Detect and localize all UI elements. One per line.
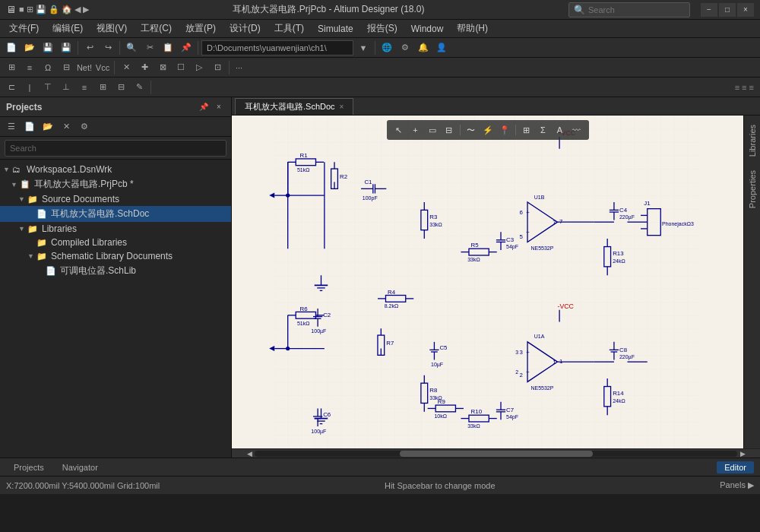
sch-tb-sep1	[460, 125, 461, 135]
tb-settings[interactable]: ⚙	[397, 40, 413, 56]
tb-copy[interactable]: 📋	[160, 40, 176, 56]
doc-tab-close-icon[interactable]: ×	[340, 103, 344, 111]
sch-tb-wave[interactable]: 〜	[464, 122, 479, 138]
maximize-button[interactable]: □	[719, 3, 736, 17]
tb-globe[interactable]: 🌐	[378, 40, 395, 56]
tb2-12[interactable]: ⊡	[209, 59, 226, 76]
svg-text:7: 7	[559, 218, 562, 225]
hscroll-right[interactable]: ▶	[737, 449, 748, 458]
pt-close[interactable]: ✕	[58, 119, 74, 135]
tree-item-compiled[interactable]: 📁 Compiled Libraries	[0, 236, 231, 249]
pt-new[interactable]: 📄	[21, 119, 38, 135]
tree-item-project[interactable]: ▼ 📋 耳机放大器电路.PrjPcb *	[0, 176, 231, 192]
panel-close-icon[interactable]: ×	[213, 101, 225, 113]
tb2-7[interactable]: ✕	[118, 59, 135, 76]
tb3-6[interactable]: ⊞	[94, 79, 111, 96]
pin-icon[interactable]: 📌	[198, 101, 210, 113]
right-tab-libraries[interactable]: Libraries	[745, 119, 760, 163]
close-button[interactable]: ×	[737, 3, 754, 17]
tb-user[interactable]: 👤	[433, 40, 450, 56]
sch-tb-bolt[interactable]: ⚡	[480, 122, 496, 138]
svg-text:24kΩ: 24kΩ	[613, 398, 625, 404]
tb-undo[interactable]: ↩	[81, 40, 98, 56]
sch-tb-grid[interactable]: ⊞	[519, 122, 534, 138]
tree-item-schlib-folder[interactable]: ▼ 📁 Schematic Library Documents	[0, 249, 231, 263]
menu-item-simulate[interactable]: Simulate	[312, 22, 359, 36]
pt-list[interactable]: ☰	[3, 119, 20, 135]
tb-redo[interactable]: ↪	[100, 40, 116, 56]
tb2-3[interactable]: Ω	[40, 59, 56, 76]
tb-notif[interactable]: 🔔	[415, 40, 432, 56]
tb-nav[interactable]: ▼	[355, 40, 372, 56]
tb3-7[interactable]: ⊟	[112, 79, 129, 96]
tb-open[interactable]: 📂	[21, 40, 38, 56]
tb2-10[interactable]: ☐	[173, 59, 189, 76]
svg-text:54pF: 54pF	[506, 244, 518, 250]
menu-item-p[interactable]: 放置(P)	[179, 21, 222, 36]
tree-item-source[interactable]: ▼ 📁 Source Documents	[0, 192, 231, 206]
sch-tb-pin[interactable]: 📍	[497, 122, 512, 138]
minimize-button[interactable]: −	[701, 3, 717, 17]
tb-new[interactable]: 📄	[3, 40, 20, 56]
menu-item-e[interactable]: 编辑(E)	[46, 21, 89, 36]
tb-save[interactable]: 💾	[40, 40, 56, 56]
tb2-4[interactable]: ⊟	[58, 59, 74, 76]
tb2-2[interactable]: ≡	[21, 59, 38, 76]
svg-text:51kΩ: 51kΩ	[297, 321, 310, 326]
tb3-8[interactable]: ✎	[131, 79, 147, 96]
hscroll-thumb[interactable]	[400, 451, 593, 457]
svg-text:−: −	[526, 369, 530, 375]
hscroll-left[interactable]: ◀	[244, 449, 255, 458]
menu-item-t[interactable]: 工具(T)	[268, 21, 310, 36]
tb2-5[interactable]: Net!	[76, 59, 93, 76]
sch-tb-plus[interactable]: +	[408, 122, 423, 138]
tree-item-workspace[interactable]: ▼ 🗂 Workspace1.DsnWrk	[0, 163, 231, 176]
tb3-5[interactable]: ≡	[76, 79, 93, 96]
sch-tb-rect[interactable]: ▭	[425, 122, 440, 138]
status-panels[interactable]: Panels ▶	[720, 480, 754, 490]
sch-tb-sigma[interactable]: Σ	[536, 122, 551, 138]
menu-item-c[interactable]: 工程(C)	[135, 21, 178, 36]
bot-tab-projects[interactable]: Projects	[6, 461, 52, 473]
tb2-6[interactable]: Vcc	[94, 59, 111, 76]
svg-text:R14: R14	[613, 390, 624, 397]
menu-item-s[interactable]: 报告(S)	[361, 21, 404, 36]
tb2-1[interactable]: ⊞	[3, 59, 20, 76]
sch-tb-wave2[interactable]: 〰	[569, 122, 584, 138]
tb-saveall[interactable]: 💾	[58, 40, 74, 56]
project-search-input[interactable]	[5, 140, 226, 157]
tb-cut[interactable]: ✂	[141, 40, 158, 56]
title-search-input[interactable]	[588, 5, 679, 14]
path-input[interactable]	[201, 40, 353, 55]
tb3-4[interactable]: ⊥	[58, 79, 74, 96]
menu-item-window[interactable]: Window	[405, 22, 450, 36]
tree-item-libraries[interactable]: ▼ 📁 Libraries	[0, 222, 231, 236]
hscroll-track[interactable]	[255, 451, 737, 457]
tree-item-schdoc[interactable]: 📄 耳机放大器电路.SchDoc	[0, 206, 231, 222]
doc-tab-schdoc[interactable]: 耳机放大器电路.SchDoc ×	[235, 98, 353, 115]
right-tab-properties[interactable]: Properties	[745, 164, 760, 214]
tb3-2[interactable]: |	[21, 79, 38, 96]
tb3-3[interactable]: ⊤	[40, 79, 56, 96]
menu-item-h[interactable]: 帮助(H)	[451, 21, 494, 36]
pt-open[interactable]: 📂	[40, 119, 56, 135]
tb3-1[interactable]: ⊏	[3, 79, 20, 96]
tb2-9[interactable]: ⊠	[154, 59, 171, 76]
svg-text:24kΩ: 24kΩ	[613, 258, 625, 264]
tb-zoom[interactable]: 🔍	[123, 40, 140, 56]
tree-item-schlib-file[interactable]: 📄 可调电位器.SchLib	[0, 263, 231, 279]
sch-tb-text[interactable]: A	[553, 122, 568, 138]
tb2-11[interactable]: ▷	[191, 59, 207, 76]
tb-paste[interactable]: 📌	[178, 40, 195, 56]
menu-item-f[interactable]: 文件(F)	[3, 21, 45, 36]
menu-item-d[interactable]: 设计(D)	[223, 21, 267, 36]
bot-tab-navigator[interactable]: Navigator	[55, 461, 106, 473]
title-search-box[interactable]: 🔍	[568, 2, 690, 17]
menu-item-v[interactable]: 视图(V)	[90, 21, 133, 36]
pt-settings[interactable]: ⚙	[76, 119, 93, 135]
sch-tb-pointer[interactable]: ↖	[391, 122, 407, 138]
schematic-hscroll[interactable]: ◀ ▶	[232, 448, 760, 458]
sch-tb-minus[interactable]: ⊟	[442, 122, 457, 138]
tb2-8[interactable]: ✚	[136, 59, 153, 76]
bot-tab-editor[interactable]: Editor	[717, 461, 754, 473]
